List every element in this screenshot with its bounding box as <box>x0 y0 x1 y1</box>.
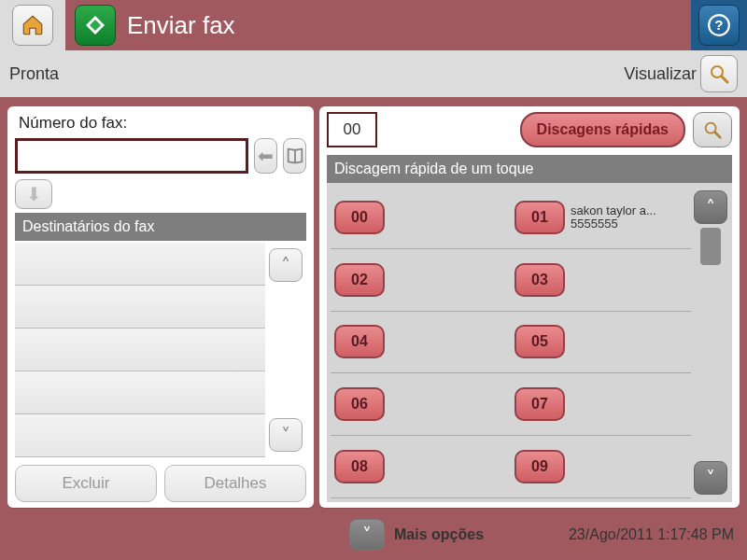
magnifier-icon <box>702 119 723 140</box>
home-button-wrap <box>0 0 65 50</box>
svg-text:?: ? <box>714 17 723 33</box>
speed-dial-cell: 06 <box>331 373 511 436</box>
help-icon: ? <box>707 13 731 37</box>
one-touch-scrollbar: ˄ ˅ <box>691 187 730 498</box>
speed-dial-07[interactable]: 07 <box>514 387 565 421</box>
more-options-button[interactable]: ˅ <box>349 519 385 551</box>
one-touch-grid: 0001sakon taylor a...5555555020304050607… <box>327 183 732 502</box>
chevron-up-icon: ˄ <box>706 198 715 217</box>
speed-dial-cell: 08 <box>331 436 511 498</box>
list-item[interactable] <box>15 286 265 329</box>
list-item[interactable] <box>15 243 265 286</box>
fax-number-row: ⬅ <box>15 138 306 174</box>
backspace-button[interactable]: ⬅ <box>254 138 277 174</box>
list-item[interactable] <box>15 329 265 371</box>
preview-area: Visualizar <box>624 55 738 92</box>
recipients-list <box>15 243 269 457</box>
help-area: ? <box>691 0 747 50</box>
speed-dials-button[interactable]: Discagens rápidas <box>520 112 685 147</box>
fax-number-input[interactable] <box>15 138 248 174</box>
speed-dial-cell: 02 <box>331 249 511 312</box>
home-button[interactable] <box>12 5 53 46</box>
speed-dial-09[interactable]: 09 <box>514 450 565 483</box>
delete-button[interactable]: Excluir <box>15 465 157 502</box>
speed-dial-04[interactable]: 04 <box>334 325 385 358</box>
home-icon <box>21 13 45 37</box>
speed-dial-05[interactable]: 05 <box>514 325 565 358</box>
chevron-down-icon: ˅ <box>706 469 715 487</box>
list-item[interactable] <box>15 371 265 414</box>
details-button[interactable]: Detalhes <box>164 465 306 502</box>
more-options-label: Mais opções <box>394 526 484 543</box>
status-ready: Pronta <box>9 64 59 84</box>
speed-dial-cell: 04 <box>331 312 511 374</box>
scroll-thumb[interactable] <box>700 228 721 265</box>
speed-dial-panel: 00 Discagens rápidas Discagem rápida de … <box>319 106 740 508</box>
status-bar: Pronta Visualizar <box>0 50 747 97</box>
arrow-left-icon: ⬅ <box>258 147 274 165</box>
page-title: Enviar fax <box>127 11 235 40</box>
scroll-up-button[interactable]: ˄ <box>694 190 727 224</box>
scroll-down-button[interactable]: ˅ <box>694 461 727 495</box>
recipient-actions: Excluir Detalhes <box>15 465 306 502</box>
recipients-scrollbar: ˄ ˅ <box>269 243 306 457</box>
main-area: Número do fax: ⬅ ⬇ Destinatários do fax <box>0 97 747 508</box>
speed-dial-cell: 07 <box>511 373 691 436</box>
list-item[interactable] <box>15 414 265 457</box>
chevron-down-icon: ˅ <box>362 525 372 544</box>
speed-dial-03[interactable]: 03 <box>514 263 565 297</box>
address-book-button[interactable] <box>283 138 306 174</box>
footer-bar: ˅ Mais opções 23/Ago/2011 1:17:48 PM <box>0 515 747 560</box>
speed-dial-search-button[interactable] <box>693 112 732 147</box>
preview-label: Visualizar <box>624 64 697 84</box>
recipients-header: Destinatários do fax <box>15 213 306 241</box>
title-area: Enviar fax <box>65 5 691 46</box>
speed-dial-cell: 09 <box>511 436 691 498</box>
speed-dial-top: 00 Discagens rápidas <box>327 112 732 147</box>
scroll-up-button[interactable]: ˄ <box>269 248 303 282</box>
one-touch-header: Discagem rápida de um toque <box>327 155 732 183</box>
magnifier-icon <box>708 63 730 85</box>
add-recipient-button[interactable]: ⬇ <box>15 179 52 209</box>
speed-dial-01[interactable]: 01 <box>514 201 565 234</box>
app-header: Enviar fax ? <box>0 0 747 50</box>
svg-line-5 <box>715 133 721 138</box>
scroll-down-button[interactable]: ˅ <box>269 418 303 452</box>
recipients-area: ˄ ˅ <box>15 243 306 457</box>
speed-dial-cell: 00 <box>331 187 511 249</box>
fax-number-label: Número do fax: <box>19 114 306 133</box>
preview-button[interactable] <box>700 55 738 92</box>
arrow-down-icon: ⬇ <box>26 185 42 203</box>
start-button[interactable] <box>75 5 116 46</box>
book-icon <box>285 146 305 166</box>
chevron-up-icon: ˄ <box>281 256 290 274</box>
svg-line-3 <box>722 77 727 82</box>
speed-dial-cell: 03 <box>511 249 691 312</box>
speed-dial-08[interactable]: 08 <box>334 450 385 483</box>
speed-dial-06[interactable]: 06 <box>334 387 385 421</box>
timestamp: 23/Ago/2011 1:17:48 PM <box>569 526 734 543</box>
speed-dial-code[interactable]: 00 <box>327 112 377 147</box>
chevron-down-icon: ˅ <box>281 426 290 444</box>
speed-dial-02[interactable]: 02 <box>334 263 385 297</box>
help-button[interactable]: ? <box>698 5 740 46</box>
speed-dial-00[interactable]: 00 <box>334 201 385 234</box>
start-diamond-icon <box>84 14 106 36</box>
speed-dial-cell: 01sakon taylor a...5555555 <box>511 187 691 249</box>
speed-dial-info: sakon taylor a...5555555 <box>571 204 656 231</box>
speed-dial-cell: 05 <box>511 312 691 374</box>
fax-number-panel: Número do fax: ⬅ ⬇ Destinatários do fax <box>7 106 314 508</box>
one-touch-area: Discagem rápida de um toque 0001sakon ta… <box>327 155 732 502</box>
